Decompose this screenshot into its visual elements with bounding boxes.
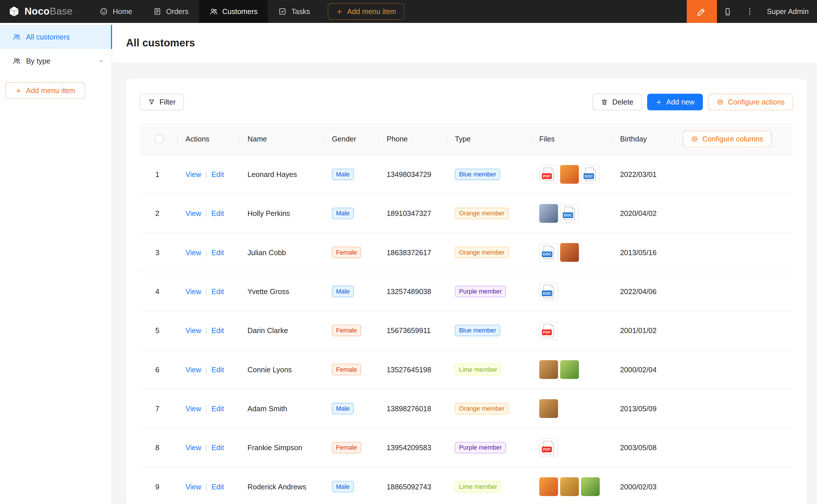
row-actions: View|Edit: [177, 170, 239, 178]
pdf-icon: PDF: [543, 324, 554, 337]
sidebar: All customers By type Add menu item: [0, 23, 112, 504]
type-tag: Purple member: [455, 286, 506, 297]
column-header-gender: Gender: [324, 123, 378, 155]
navbar-right: Super Admin: [687, 0, 817, 23]
edit-link[interactable]: Edit: [211, 326, 224, 335]
view-link[interactable]: View: [185, 170, 201, 178]
view-link[interactable]: View: [185, 365, 201, 374]
orders-icon: [153, 7, 161, 15]
filter-button[interactable]: Filter: [139, 94, 184, 110]
action-divider: |: [205, 209, 207, 218]
row-index: 6: [139, 365, 177, 374]
ui-editor-button[interactable]: [687, 0, 717, 23]
table-row: 3 View|Edit Julian Cobb Female 186383726…: [139, 233, 793, 272]
doc-file-thumbnail[interactable]: DOC: [581, 165, 600, 184]
image-thumbnail[interactable]: [560, 165, 579, 184]
user-menu[interactable]: Super Admin: [761, 7, 817, 15]
view-link[interactable]: View: [185, 248, 201, 257]
view-link[interactable]: View: [185, 287, 201, 296]
app: NocoBase Home Orders Customers: [0, 0, 817, 504]
gender-cell: Male: [324, 208, 378, 219]
sidebar-item-by-type[interactable]: By type: [0, 49, 111, 73]
nav-item-orders[interactable]: Orders: [143, 0, 199, 23]
edit-link[interactable]: Edit: [211, 248, 224, 257]
edit-link[interactable]: Edit: [211, 444, 224, 452]
main-area: All customers Filter: [112, 23, 817, 504]
row-actions: View|Edit: [177, 248, 239, 257]
pdf-file-thumbnail[interactable]: PDF: [539, 165, 558, 184]
more-menu-button[interactable]: [739, 0, 761, 23]
doc-file-thumbnail[interactable]: DOC: [539, 282, 558, 301]
edit-link[interactable]: Edit: [211, 170, 224, 178]
configure-columns-button[interactable]: Configure columns: [683, 130, 771, 147]
image-thumbnail[interactable]: [539, 360, 558, 379]
files-cell: PDFDOC: [531, 165, 612, 184]
table-row: 2 View|Edit Holly Perkins Male 189103473…: [139, 194, 793, 233]
navbar-add-menu-item-button[interactable]: Add menu item: [328, 3, 404, 20]
view-link[interactable]: View: [185, 326, 201, 335]
type-tag: Blue member: [455, 325, 500, 336]
team-icon: [13, 33, 21, 41]
image-thumbnail[interactable]: [560, 243, 579, 262]
chevron-down-icon: [99, 58, 104, 64]
select-all-checkbox[interactable]: [155, 135, 164, 143]
view-link[interactable]: View: [185, 483, 201, 491]
edit-link[interactable]: Edit: [211, 287, 224, 296]
image-thumbnail[interactable]: [581, 477, 600, 496]
image-thumbnail[interactable]: [539, 399, 558, 418]
edit-link[interactable]: Edit: [211, 483, 224, 491]
row-index: 3: [139, 248, 177, 257]
image-thumbnail[interactable]: [539, 204, 558, 223]
delete-button[interactable]: Delete: [592, 94, 642, 110]
column-header-type: Type: [447, 123, 531, 155]
row-actions: View|Edit: [177, 404, 239, 413]
pdf-file-thumbnail[interactable]: PDF: [539, 321, 558, 340]
user-name: Super Admin: [767, 7, 809, 15]
view-link[interactable]: View: [185, 404, 201, 413]
add-new-button[interactable]: Add new: [647, 94, 703, 110]
gender-tag: Female: [332, 247, 361, 258]
nav-item-customers[interactable]: Customers: [199, 0, 268, 23]
image-thumbnail[interactable]: [539, 477, 558, 496]
doc-icon: DOC: [543, 246, 554, 259]
nav-item-label: Home: [113, 7, 132, 15]
gender-tag: Male: [332, 403, 354, 414]
mobile-icon: [723, 7, 732, 16]
action-divider: |: [205, 483, 207, 491]
edit-link[interactable]: Edit: [211, 209, 224, 218]
action-divider: |: [205, 287, 207, 296]
doc-file-thumbnail[interactable]: DOC: [560, 204, 579, 223]
row-actions: View|Edit: [177, 287, 239, 296]
edit-link[interactable]: Edit: [211, 404, 224, 413]
files-cell: DOC: [531, 282, 612, 301]
mobile-preview-button[interactable]: [717, 0, 739, 23]
image-thumbnail[interactable]: [560, 360, 579, 379]
type-cell: Purple member: [447, 286, 531, 297]
image-thumbnail[interactable]: [560, 477, 579, 496]
action-divider: |: [205, 326, 207, 335]
configure-actions-button[interactable]: Configure actions: [708, 94, 793, 110]
files-cell: DOC: [531, 204, 612, 223]
view-link[interactable]: View: [185, 209, 201, 218]
customers-table-block: Filter Delete Add: [126, 79, 807, 504]
sidebar-add-menu-item-button[interactable]: Add menu item: [5, 82, 85, 99]
sidebar-item-all-customers[interactable]: All customers: [0, 25, 111, 49]
top-navbar: NocoBase Home Orders Customers: [0, 0, 817, 23]
gender-tag: Male: [332, 286, 354, 297]
nocobase-logo[interactable]: NocoBase: [0, 0, 80, 23]
nav-item-label: Orders: [166, 7, 188, 15]
doc-file-thumbnail[interactable]: DOC: [539, 243, 558, 262]
customer-name: Roderick Andrews: [239, 483, 323, 491]
nav-item-home[interactable]: Home: [89, 0, 143, 23]
nav-item-label: Tasks: [292, 7, 310, 15]
view-link[interactable]: View: [185, 444, 201, 452]
edit-link[interactable]: Edit: [211, 365, 224, 374]
doc-icon: DOC: [564, 207, 574, 220]
files-cell: PDF: [531, 321, 612, 340]
pdf-file-thumbnail[interactable]: PDF: [539, 438, 558, 457]
birthday: 2022/04/06: [612, 287, 674, 296]
column-header-phone: Phone: [378, 123, 447, 155]
files-cell: [531, 477, 612, 496]
nav-item-tasks[interactable]: Tasks: [268, 0, 321, 23]
phone: 13954209583: [378, 444, 447, 452]
